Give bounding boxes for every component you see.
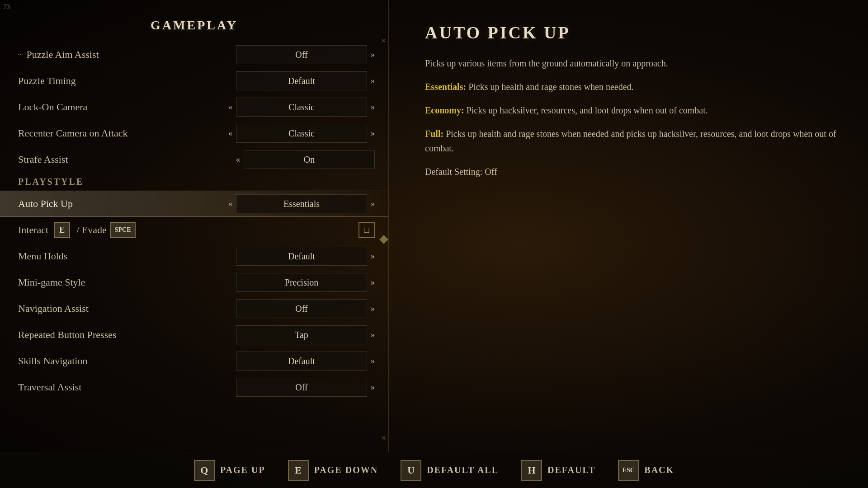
detail-body: Picks up various items from the ground a… (425, 56, 841, 188)
bottom-x-mark: ✕ (381, 434, 387, 442)
value-repeated-button-presses[interactable]: Tap (236, 325, 367, 344)
label-puzzle-aim-assist: Puzzle Aim Assist (27, 49, 236, 61)
key-esc: ESC (618, 460, 639, 481)
action-page-down[interactable]: E PAGE DOWN (288, 460, 378, 481)
interact-label: Interact (18, 224, 48, 236)
essentials-label: Essentials: (425, 82, 466, 92)
label-mini-game-style: Mini-game Style (18, 277, 236, 288)
dots-icon: ··· (18, 51, 23, 58)
setting-row-repeated-button-presses[interactable]: Repeated Button Presses Tap » (0, 322, 388, 348)
setting-row-auto-pick-up[interactable]: Auto Pick Up « Essentials » (0, 191, 388, 217)
value-menu-holds[interactable]: Default (236, 247, 367, 266)
vert-line-bottom (384, 244, 384, 433)
detail-essentials: Essentials: Picks up health and rage sto… (425, 80, 841, 94)
setting-row-lock-on-camera[interactable]: Lock-On Camera « Classic » (0, 94, 388, 120)
value-puzzle-timing[interactable]: Default (236, 71, 367, 90)
key-e: E (288, 460, 309, 481)
setting-row-mini-game-style[interactable]: Mini-game Style Precision » (0, 269, 388, 296)
arrow-right-lock-on-camera[interactable]: » (371, 103, 375, 112)
setting-row-traversal-assist[interactable]: Traversal Assist Off » (0, 374, 388, 400)
arrow-right-auto-pick-up[interactable]: » (371, 199, 375, 209)
slash-separator: / Evade (76, 224, 107, 236)
setting-row-menu-holds[interactable]: Menu Holds Default » (0, 243, 388, 269)
setting-row-skills-navigation[interactable]: Skills Navigation Default » (0, 348, 388, 374)
top-x-mark: ✕ (381, 37, 387, 45)
label-auto-pick-up: Auto Pick Up (18, 198, 228, 210)
section2-title: PLAYSTYLE (18, 177, 375, 187)
arrow-right-skills-navigation[interactable]: » (371, 357, 375, 366)
label-menu-holds: Menu Holds (18, 250, 236, 262)
value-traversal-assist[interactable]: Off (236, 378, 367, 397)
arrow-right-navigation-assist[interactable]: » (371, 304, 375, 314)
key-q: Q (194, 460, 215, 481)
arrow-right-traversal-assist[interactable]: » (371, 383, 375, 392)
setting-row-puzzle-aim-assist[interactable]: ··· Puzzle Aim Assist Off » (0, 42, 388, 68)
left-panel: GAMEPLAY ··· Puzzle Aim Assist Off » Puz… (0, 0, 389, 488)
value-navigation-assist[interactable]: Off (236, 299, 367, 318)
full-label: Full: (425, 129, 443, 139)
arrow-right-mini-game-style[interactable]: » (371, 278, 375, 287)
setting-row-strafe-assist[interactable]: Strafe Assist « On (0, 146, 388, 173)
detail-economy: Economy: Picks up hacksilver, resources,… (425, 103, 841, 117)
setting-row-navigation-assist[interactable]: Navigation Assist Off » (0, 296, 388, 322)
label-navigation-assist: Navigation Assist (18, 303, 236, 314)
arrow-right-repeated-button-presses[interactable]: » (371, 330, 375, 340)
vert-decoration: ✕ ✕ (379, 36, 389, 443)
bottom-bar: Q PAGE UP E PAGE DOWN U DEFAULT ALL H DE… (0, 452, 868, 488)
interact-square-icon: □ (359, 222, 375, 238)
fps-counter: 73 (4, 4, 10, 11)
arrow-right-puzzle-aim-assist[interactable]: » (371, 50, 375, 60)
main-container: GAMEPLAY ··· Puzzle Aim Assist Off » Puz… (0, 0, 868, 488)
section1-title: GAMEPLAY (0, 18, 388, 33)
label-page-down: PAGE DOWN (314, 465, 378, 475)
detail-title: AUTO PICK UP (425, 23, 841, 42)
value-mini-game-style[interactable]: Precision (236, 273, 367, 292)
arrow-right-menu-holds[interactable]: » (371, 252, 375, 261)
key-u: U (401, 460, 421, 481)
label-puzzle-timing: Puzzle Timing (18, 75, 236, 87)
label-default-all: DEFAULT ALL (427, 465, 499, 475)
arrow-right-recenter-camera[interactable]: » (371, 129, 375, 138)
diamond-decoration (379, 235, 388, 244)
arrow-left-auto-pick-up[interactable]: « (228, 199, 232, 209)
arrow-left-strafe-assist[interactable]: « (236, 155, 240, 164)
economy-label: Economy: (425, 105, 464, 115)
value-auto-pick-up[interactable]: Essentials (236, 194, 367, 213)
detail-description: Picks up various items from the ground a… (425, 56, 841, 70)
label-strafe-assist: Strafe Assist (18, 154, 236, 165)
setting-row-recenter-camera[interactable]: Recenter Camera on Attack « Classic » (0, 120, 388, 146)
label-recenter-camera: Recenter Camera on Attack (18, 127, 228, 139)
essentials-text: Picks up health and rage stones when nee… (468, 82, 633, 92)
label-default: DEFAULT (547, 465, 595, 475)
setting-row-puzzle-timing[interactable]: Puzzle Timing Default » (0, 68, 388, 94)
key-badge-e[interactable]: E (54, 222, 70, 238)
right-panel: AUTO PICK UP Picks up various items from… (389, 0, 868, 488)
key-h: H (521, 460, 542, 481)
action-page-up[interactable]: Q PAGE UP (194, 460, 265, 481)
section2-header: PLAYSTYLE (0, 173, 388, 191)
label-page-up: PAGE UP (220, 465, 265, 475)
key-badge-spce[interactable]: SPCE (110, 222, 136, 238)
action-back[interactable]: ESC BACK (618, 460, 674, 481)
arrow-left-recenter-camera[interactable]: « (228, 129, 232, 138)
label-repeated-button-presses: Repeated Button Presses (18, 329, 236, 341)
value-strafe-assist[interactable]: On (244, 150, 375, 169)
full-text: Picks up health and rage stones when nee… (425, 129, 836, 153)
arrow-left-lock-on-camera[interactable]: « (228, 103, 232, 112)
label-back: BACK (644, 465, 674, 475)
arrow-right-puzzle-timing[interactable]: » (371, 76, 375, 86)
action-default-all[interactable]: U DEFAULT ALL (401, 460, 499, 481)
value-recenter-camera[interactable]: Classic (236, 124, 367, 143)
economy-text: Picks up hacksilver, resources, and loot… (467, 105, 708, 115)
interact-row: Interact E / Evade SPCE □ (0, 217, 388, 243)
value-lock-on-camera[interactable]: Classic (236, 98, 367, 117)
vert-line-top (384, 46, 384, 235)
label-lock-on-camera: Lock-On Camera (18, 101, 228, 113)
value-skills-navigation[interactable]: Default (236, 352, 367, 371)
label-traversal-assist: Traversal Assist (18, 381, 236, 393)
action-default[interactable]: H DEFAULT (521, 460, 595, 481)
detail-default-setting: Default Setting: Off (425, 164, 841, 179)
label-skills-navigation: Skills Navigation (18, 355, 236, 367)
value-puzzle-aim-assist[interactable]: Off (236, 45, 367, 64)
settings-list: ··· Puzzle Aim Assist Off » Puzzle Timin… (0, 42, 388, 443)
